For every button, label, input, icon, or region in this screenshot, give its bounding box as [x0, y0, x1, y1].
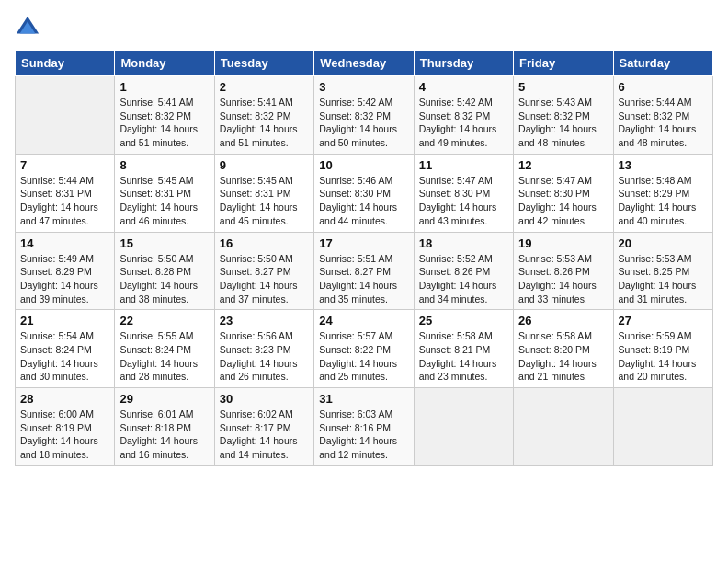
day-number: 8: [119, 158, 209, 172]
day-info: Sunrise: 5:44 AM Sunset: 8:31 PM Dayligh…: [20, 174, 109, 228]
calendar-cell: 12Sunrise: 5:47 AM Sunset: 8:30 PM Dayli…: [514, 154, 613, 232]
calendar-cell: 18Sunrise: 5:52 AM Sunset: 8:26 PM Dayli…: [414, 232, 513, 310]
calendar-cell: 23Sunrise: 5:56 AM Sunset: 8:23 PM Dayli…: [214, 310, 313, 388]
day-number: 30: [220, 392, 309, 406]
logo: [15, 15, 44, 40]
day-number: 13: [619, 158, 708, 172]
calendar-cell: 13Sunrise: 5:48 AM Sunset: 8:29 PM Dayli…: [613, 154, 712, 232]
day-info: Sunrise: 5:56 AM Sunset: 8:23 PM Dayligh…: [220, 329, 309, 384]
day-info: Sunrise: 5:41 AM Sunset: 8:32 PM Dayligh…: [119, 96, 209, 150]
day-info: Sunrise: 5:57 AM Sunset: 8:22 PM Dayligh…: [319, 329, 408, 384]
calendar-cell: 10Sunrise: 5:46 AM Sunset: 8:30 PM Dayli…: [314, 154, 414, 232]
day-info: Sunrise: 5:53 AM Sunset: 8:25 PM Dayligh…: [619, 252, 708, 306]
day-number: 22: [119, 314, 209, 327]
day-info: Sunrise: 5:44 AM Sunset: 8:32 PM Dayligh…: [619, 96, 708, 150]
day-info: Sunrise: 5:47 AM Sunset: 8:30 PM Dayligh…: [419, 174, 508, 228]
day-number: 3: [319, 80, 408, 94]
calendar-cell: 2Sunrise: 5:41 AM Sunset: 8:32 PM Daylig…: [214, 76, 313, 155]
day-info: Sunrise: 5:53 AM Sunset: 8:26 PM Dayligh…: [518, 252, 608, 306]
calendar-cell: [613, 388, 712, 466]
calendar-cell: [16, 76, 115, 155]
day-info: Sunrise: 5:49 AM Sunset: 8:29 PM Dayligh…: [20, 252, 109, 306]
calendar-cell: 3Sunrise: 5:42 AM Sunset: 8:32 PM Daylig…: [314, 76, 414, 155]
calendar-cell: 31Sunrise: 6:03 AM Sunset: 8:16 PM Dayli…: [314, 388, 414, 466]
calendar-cell: 6Sunrise: 5:44 AM Sunset: 8:32 PM Daylig…: [613, 76, 712, 155]
day-number: 1: [119, 80, 209, 94]
col-header-sunday: Sunday: [16, 51, 115, 76]
day-info: Sunrise: 5:45 AM Sunset: 8:31 PM Dayligh…: [220, 174, 309, 228]
day-info: Sunrise: 5:47 AM Sunset: 8:30 PM Dayligh…: [518, 174, 608, 228]
calendar-cell: 15Sunrise: 5:50 AM Sunset: 8:28 PM Dayli…: [115, 232, 214, 310]
calendar-cell: 20Sunrise: 5:53 AM Sunset: 8:25 PM Dayli…: [613, 232, 712, 310]
day-number: 16: [220, 236, 309, 250]
calendar-cell: 28Sunrise: 6:00 AM Sunset: 8:19 PM Dayli…: [16, 388, 115, 466]
day-number: 20: [619, 236, 708, 250]
day-info: Sunrise: 5:46 AM Sunset: 8:30 PM Dayligh…: [319, 174, 408, 228]
day-info: Sunrise: 6:00 AM Sunset: 8:19 PM Dayligh…: [20, 408, 109, 462]
calendar-cell: 4Sunrise: 5:42 AM Sunset: 8:32 PM Daylig…: [414, 76, 513, 155]
day-number: 18: [419, 236, 508, 250]
day-number: 29: [119, 392, 209, 406]
day-number: 4: [419, 80, 508, 94]
day-info: Sunrise: 5:59 AM Sunset: 8:19 PM Dayligh…: [619, 329, 708, 384]
calendar-table: SundayMondayTuesdayWednesdayThursdayFrid…: [15, 50, 713, 466]
calendar-cell: 11Sunrise: 5:47 AM Sunset: 8:30 PM Dayli…: [414, 154, 513, 232]
day-number: 14: [20, 236, 109, 250]
page-header: [15, 15, 713, 40]
day-info: Sunrise: 5:55 AM Sunset: 8:24 PM Dayligh…: [119, 329, 209, 384]
calendar-cell: 8Sunrise: 5:45 AM Sunset: 8:31 PM Daylig…: [115, 154, 214, 232]
day-number: 26: [518, 314, 608, 327]
calendar-cell: 26Sunrise: 5:58 AM Sunset: 8:20 PM Dayli…: [514, 310, 613, 388]
calendar-cell: 30Sunrise: 6:02 AM Sunset: 8:17 PM Dayli…: [214, 388, 313, 466]
day-info: Sunrise: 5:50 AM Sunset: 8:27 PM Dayligh…: [220, 252, 309, 306]
day-info: Sunrise: 5:42 AM Sunset: 8:32 PM Dayligh…: [319, 96, 408, 150]
day-info: Sunrise: 5:41 AM Sunset: 8:32 PM Dayligh…: [220, 96, 309, 150]
day-info: Sunrise: 5:48 AM Sunset: 8:29 PM Dayligh…: [619, 174, 708, 228]
col-header-saturday: Saturday: [613, 51, 712, 76]
calendar-cell: 7Sunrise: 5:44 AM Sunset: 8:31 PM Daylig…: [16, 154, 115, 232]
day-number: 9: [220, 158, 309, 172]
calendar-cell: 1Sunrise: 5:41 AM Sunset: 8:32 PM Daylig…: [115, 76, 214, 155]
day-info: Sunrise: 5:45 AM Sunset: 8:31 PM Dayligh…: [119, 174, 209, 228]
day-number: 2: [220, 80, 309, 94]
day-info: Sunrise: 5:54 AM Sunset: 8:24 PM Dayligh…: [20, 329, 109, 384]
day-number: 27: [619, 314, 708, 327]
calendar-cell: 24Sunrise: 5:57 AM Sunset: 8:22 PM Dayli…: [314, 310, 414, 388]
day-info: Sunrise: 6:02 AM Sunset: 8:17 PM Dayligh…: [220, 408, 309, 462]
calendar-cell: 9Sunrise: 5:45 AM Sunset: 8:31 PM Daylig…: [214, 154, 313, 232]
calendar-cell: 16Sunrise: 5:50 AM Sunset: 8:27 PM Dayli…: [214, 232, 313, 310]
calendar-cell: 17Sunrise: 5:51 AM Sunset: 8:27 PM Dayli…: [314, 232, 414, 310]
day-number: 23: [220, 314, 309, 327]
day-number: 28: [20, 392, 109, 406]
day-info: Sunrise: 5:51 AM Sunset: 8:27 PM Dayligh…: [319, 252, 408, 306]
day-info: Sunrise: 5:42 AM Sunset: 8:32 PM Dayligh…: [419, 96, 508, 150]
calendar-cell: [414, 388, 513, 466]
day-info: Sunrise: 5:43 AM Sunset: 8:32 PM Dayligh…: [518, 96, 608, 150]
calendar-cell: 14Sunrise: 5:49 AM Sunset: 8:29 PM Dayli…: [16, 232, 115, 310]
calendar-cell: 21Sunrise: 5:54 AM Sunset: 8:24 PM Dayli…: [16, 310, 115, 388]
col-header-tuesday: Tuesday: [214, 51, 313, 76]
day-number: 15: [119, 236, 209, 250]
calendar-cell: 19Sunrise: 5:53 AM Sunset: 8:26 PM Dayli…: [514, 232, 613, 310]
calendar-cell: 5Sunrise: 5:43 AM Sunset: 8:32 PM Daylig…: [514, 76, 613, 155]
day-number: 17: [319, 236, 408, 250]
day-info: Sunrise: 5:58 AM Sunset: 8:20 PM Dayligh…: [518, 329, 608, 384]
day-number: 21: [20, 314, 109, 327]
day-number: 31: [319, 392, 408, 406]
day-number: 10: [319, 158, 408, 172]
day-info: Sunrise: 6:03 AM Sunset: 8:16 PM Dayligh…: [319, 408, 408, 462]
day-number: 24: [319, 314, 408, 327]
day-number: 19: [518, 236, 608, 250]
day-info: Sunrise: 5:50 AM Sunset: 8:28 PM Dayligh…: [119, 252, 209, 306]
col-header-friday: Friday: [514, 51, 613, 76]
day-number: 6: [619, 80, 708, 94]
col-header-thursday: Thursday: [414, 51, 513, 76]
calendar-cell: 22Sunrise: 5:55 AM Sunset: 8:24 PM Dayli…: [115, 310, 214, 388]
day-number: 25: [419, 314, 508, 327]
day-info: Sunrise: 6:01 AM Sunset: 8:18 PM Dayligh…: [119, 408, 209, 462]
day-number: 12: [518, 158, 608, 172]
day-number: 7: [20, 158, 109, 172]
day-number: 11: [419, 158, 508, 172]
day-info: Sunrise: 5:52 AM Sunset: 8:26 PM Dayligh…: [419, 252, 508, 306]
day-info: Sunrise: 5:58 AM Sunset: 8:21 PM Dayligh…: [419, 329, 508, 384]
